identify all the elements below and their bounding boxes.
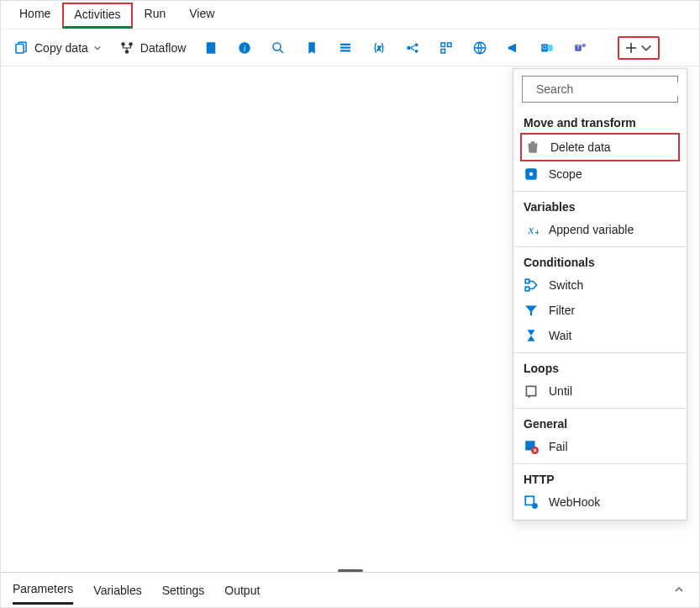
activity-label: Append variable — [549, 223, 634, 236]
filter-icon — [524, 303, 539, 318]
search-input[interactable] — [536, 82, 683, 96]
menu-home[interactable]: Home — [8, 2, 62, 29]
group-http: HTTP — [513, 466, 687, 489]
variable-button[interactable]: x — [366, 36, 392, 60]
svg-rect-4 — [207, 42, 216, 54]
megaphone-icon — [505, 40, 522, 56]
activity-label: Wait — [549, 329, 571, 342]
activity-webhook[interactable]: WebHook — [513, 489, 687, 515]
variable-icon: x — [371, 40, 387, 56]
outlook-button[interactable]: O — [534, 36, 561, 60]
notebook-icon — [203, 40, 219, 56]
svg-rect-35 — [525, 496, 534, 505]
bottom-tabs: Parameters Variables Settings Output — [1, 572, 699, 607]
layout-icon — [438, 40, 455, 56]
svg-rect-0 — [16, 44, 24, 53]
svg-text:O: O — [543, 45, 547, 50]
pipeline-button[interactable] — [399, 36, 426, 60]
activity-switch[interactable]: Switch — [513, 272, 687, 298]
svg-rect-20 — [548, 45, 553, 51]
copy-data-icon — [13, 40, 29, 56]
svg-text:i: i — [244, 43, 246, 52]
notebook-button[interactable] — [197, 36, 224, 60]
fail-icon — [524, 439, 539, 454]
svg-rect-8 — [340, 43, 350, 45]
copy-data-button[interactable]: Copy data — [8, 36, 107, 60]
activity-dropdown: Move and transform Delete data Scope Var… — [513, 68, 687, 521]
search-button[interactable] — [265, 36, 292, 60]
pipeline-icon — [404, 40, 421, 56]
menu-run[interactable]: Run — [133, 2, 178, 29]
svg-point-13 — [415, 43, 418, 46]
group-conditionals: Conditionals — [513, 249, 687, 272]
append-var-icon: x+ — [524, 222, 539, 237]
svg-point-3 — [125, 50, 129, 54]
separator — [513, 246, 687, 247]
web-button[interactable] — [466, 36, 493, 60]
chevron-down-icon — [93, 44, 102, 52]
copy-data-label: Copy data — [34, 41, 88, 55]
svg-point-7 — [273, 43, 281, 50]
activity-until[interactable]: Until — [513, 378, 687, 404]
menubar: Home Activities Run View — [1, 1, 699, 29]
activity-label: Until — [549, 384, 572, 398]
tab-parameters[interactable]: Parameters — [13, 575, 73, 605]
plus-icon — [624, 41, 638, 55]
teams-button[interactable]: T — [567, 36, 594, 60]
hourglass-icon — [524, 328, 539, 343]
toolbar: Copy data Dataflow i x O T — [1, 29, 699, 66]
separator — [513, 352, 687, 353]
svg-point-12 — [408, 45, 412, 50]
separator — [513, 463, 687, 464]
trash-icon — [525, 140, 540, 155]
activity-fail[interactable]: Fail — [513, 434, 687, 459]
svg-text:x: x — [528, 223, 534, 236]
svg-rect-15 — [441, 43, 445, 47]
info-button[interactable]: i — [231, 36, 258, 60]
separator — [513, 191, 687, 192]
activity-label: Switch — [549, 278, 583, 292]
activity-label: Fail — [549, 440, 568, 453]
activity-filter[interactable]: Filter — [513, 298, 687, 323]
until-icon — [524, 383, 539, 399]
activity-scope[interactable]: Scope — [513, 161, 687, 187]
activity-wait[interactable]: Wait — [513, 323, 687, 348]
search-input-wrap[interactable] — [522, 76, 678, 103]
separator — [513, 408, 687, 409]
layout-button[interactable] — [433, 36, 460, 60]
group-move-transform: Move and transform — [513, 109, 687, 133]
svg-rect-16 — [448, 43, 452, 47]
group-variables: Variables — [513, 193, 687, 217]
activity-label: Scope — [549, 167, 582, 181]
svg-text:T: T — [576, 45, 580, 50]
menu-activities[interactable]: Activities — [62, 3, 132, 29]
tab-output[interactable]: Output — [224, 577, 260, 604]
group-general: General — [513, 410, 687, 434]
svg-rect-17 — [441, 49, 445, 53]
dataflow-label: Dataflow — [140, 41, 186, 55]
script-button[interactable] — [298, 36, 325, 60]
activity-label: Filter — [549, 304, 575, 317]
svg-text:x: x — [376, 45, 382, 52]
tab-settings[interactable]: Settings — [162, 577, 205, 604]
group-loops: Loops — [513, 355, 687, 378]
tab-variables[interactable]: Variables — [93, 577, 141, 604]
chevron-up-icon — [674, 584, 684, 595]
activity-append-variable[interactable]: x+ Append variable — [513, 217, 687, 242]
dataflow-button[interactable]: Dataflow — [113, 36, 191, 60]
svg-text:+: + — [535, 228, 539, 237]
activity-label: Delete data — [550, 140, 611, 154]
list-button[interactable] — [332, 36, 359, 60]
menu-view[interactable]: View — [177, 2, 226, 29]
svg-point-2 — [129, 42, 133, 46]
add-activity-button[interactable] — [618, 36, 660, 60]
activity-delete-data[interactable]: Delete data — [520, 133, 680, 161]
globe-icon — [471, 40, 488, 56]
info-icon: i — [236, 40, 253, 56]
expand-panel-button[interactable] — [671, 580, 687, 600]
svg-rect-30 — [525, 279, 529, 283]
svg-rect-9 — [340, 46, 350, 48]
svg-point-36 — [532, 503, 538, 509]
svg-rect-32 — [526, 386, 535, 395]
announce-button[interactable] — [500, 36, 527, 60]
